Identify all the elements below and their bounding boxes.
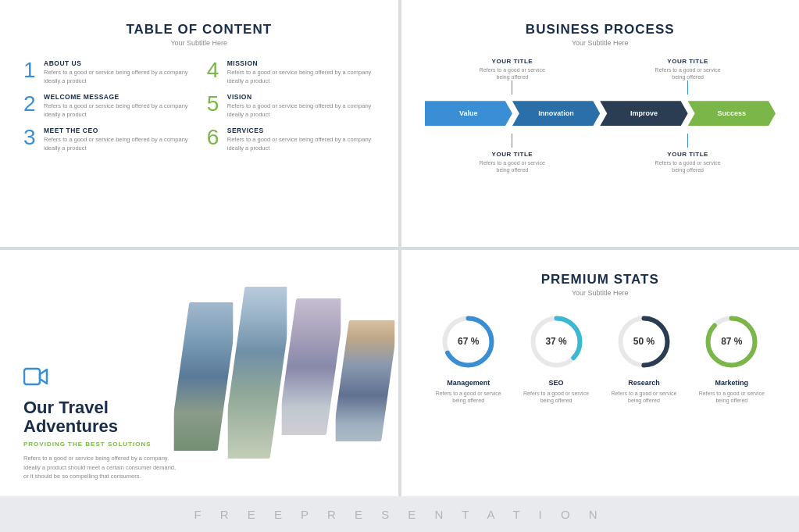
stat-name: Research xyxy=(628,379,660,387)
footer-bar: F R E E P R E S E N T A T I O N xyxy=(0,496,799,532)
stat-name: Marketing xyxy=(715,379,749,387)
bp-title: BUSINESS PROCESS xyxy=(425,22,776,37)
mountain-image-4 xyxy=(336,320,395,441)
toc-number: 3 xyxy=(23,127,37,148)
toc-number: 2 xyxy=(23,93,37,115)
circle-label: 87 % xyxy=(721,336,742,347)
stats-subtitle: Your Subtitle Here xyxy=(425,289,776,297)
bp-bottom-title-1: YOUR TITLE xyxy=(492,151,533,158)
bp-arrows-row: Value Innovation Improve Success xyxy=(425,101,776,126)
stat-desc: Refers to a good or service being offere… xyxy=(430,390,507,405)
travel-img-4 xyxy=(333,320,398,441)
bp-content: YOUR TITLE Refers to a good or service b… xyxy=(425,58,776,173)
toc-item: 6 SERVICES Refers to a good or service b… xyxy=(207,127,375,152)
mountain-image-3 xyxy=(282,298,341,435)
toc-item-desc: Refers to a good or service being offere… xyxy=(44,69,191,85)
toc-number: 6 xyxy=(207,127,221,148)
toc-item-desc: Refers to a good or service being offere… xyxy=(227,136,375,152)
toc-item-content: VISION Refers to a good or service being… xyxy=(227,93,375,119)
toc-item-content: MEET THE CEO Refers to a good or service… xyxy=(44,127,191,152)
bp-connector-top-2 xyxy=(687,80,688,95)
toc-item-desc: Refers to a good or service being offere… xyxy=(44,102,191,119)
bp-bottom-desc-2: Refers to a good or service being offere… xyxy=(649,159,726,173)
bp-top-title-1: YOUR TITLE xyxy=(492,58,533,65)
travel-panel: Our Travel Adventures PROVIDING THE BEST… xyxy=(0,250,398,497)
bp-top-desc-2: Refers to a good or service being offere… xyxy=(649,66,726,80)
circle-container: 67 % xyxy=(439,312,498,371)
bp-bottom-desc-1: Refers to a good or service being offere… xyxy=(473,159,551,173)
stat-item: 50 % Research Refers to a good or servic… xyxy=(605,312,683,405)
stat-item: 37 % SEO Refers to a good or service bei… xyxy=(518,312,595,405)
bp-bottom-labels: YOUR TITLE Refers to a good or service b… xyxy=(425,132,776,173)
toc-item-content: MISSION Refers to a good or service bein… xyxy=(227,59,375,85)
toc-item-title: VISION xyxy=(227,93,375,101)
toc-item-title: MISSION xyxy=(227,59,375,67)
bp-top-title-2: YOUR TITLE xyxy=(667,58,708,65)
bp-arrow-value: Value xyxy=(425,101,512,126)
toc-number: 4 xyxy=(207,59,221,81)
bp-bottom-label-1: YOUR TITLE Refers to a good or service b… xyxy=(473,132,551,173)
toc-panel: TABLE OF CONTENT Your Subtitle Here 1 AB… xyxy=(0,0,398,247)
toc-item: 1 ABOUT US Refers to a good or service b… xyxy=(23,59,191,85)
travel-title: Our Travel Adventures xyxy=(23,398,191,436)
bp-connector-top-1 xyxy=(512,80,512,95)
bp-top-label-2: YOUR TITLE Refers to a good or service b… xyxy=(649,58,726,96)
stats-panel: PREMIUM STATS Your Subtitle Here 67 % Ma… xyxy=(401,250,800,497)
bp-arrow-improve: Improve xyxy=(600,101,687,126)
bp-connector-bottom-1 xyxy=(512,134,512,148)
circle-container: 87 % xyxy=(702,312,761,371)
bp-top-desc-1: Refers to a good or service being offere… xyxy=(473,66,551,80)
toc-item-title: ABOUT US xyxy=(44,59,191,67)
toc-number: 5 xyxy=(207,93,221,115)
toc-grid: 1 ABOUT US Refers to a good or service b… xyxy=(23,59,375,152)
main-grid: TABLE OF CONTENT Your Subtitle Here 1 AB… xyxy=(0,0,799,496)
toc-item: 2 WELCOME MESSAGE Refers to a good or se… xyxy=(23,93,191,119)
circle-label: 67 % xyxy=(458,336,479,347)
toc-item-title: MEET THE CEO xyxy=(44,127,191,134)
bp-bottom-title-2: YOUR TITLE xyxy=(667,151,708,158)
stat-name: Management xyxy=(447,379,490,387)
toc-item-desc: Refers to a good or service being offere… xyxy=(227,102,375,119)
circle-container: 50 % xyxy=(615,312,673,371)
bp-top-labels: YOUR TITLE Refers to a good or service b… xyxy=(425,58,776,96)
svg-rect-0 xyxy=(24,369,40,384)
bp-arrow-innovation: Innovation xyxy=(512,101,600,126)
toc-subtitle: Your Subtitle Here xyxy=(23,39,375,47)
bp-top-label-1: YOUR TITLE Refers to a good or service b… xyxy=(473,58,551,96)
bp-subtitle: Your Subtitle Here xyxy=(425,39,776,47)
stat-desc: Refers to a good or service being offere… xyxy=(605,390,683,405)
stats-circles: 67 % Management Refers to a good or serv… xyxy=(425,312,776,405)
bp-panel: BUSINESS PROCESS Your Subtitle Here YOUR… xyxy=(401,0,800,247)
toc-item-desc: Refers to a good or service being offere… xyxy=(44,136,191,152)
toc-item: 3 MEET THE CEO Refers to a good or servi… xyxy=(23,127,191,152)
toc-item: 5 VISION Refers to a good or service bei… xyxy=(207,93,375,119)
stat-name: SEO xyxy=(549,379,564,387)
bp-connector-bottom-2 xyxy=(687,134,688,148)
bp-arrow-success: Success xyxy=(688,101,776,126)
stat-desc: Refers to a good or service being offere… xyxy=(518,390,595,405)
toc-item-title: SERVICES xyxy=(227,127,375,134)
travel-images xyxy=(179,250,398,497)
toc-item: 4 MISSION Refers to a good or service be… xyxy=(207,59,375,85)
video-icon xyxy=(23,366,191,392)
stat-item: 87 % Marketing Refers to a good or servi… xyxy=(693,312,770,405)
travel-tagline: PROVIDING THE BEST SOLUTIONS xyxy=(23,441,191,448)
travel-desc: Refers to a good or service being offere… xyxy=(23,454,180,480)
circle-label: 37 % xyxy=(545,336,566,347)
toc-title: TABLE OF CONTENT xyxy=(23,22,375,37)
toc-number: 1 xyxy=(23,59,37,81)
travel-left: Our Travel Adventures PROVIDING THE BEST… xyxy=(0,250,207,497)
toc-item-content: WELCOME MESSAGE Refers to a good or serv… xyxy=(44,93,191,119)
stats-title: PREMIUM STATS xyxy=(425,272,776,287)
bp-bottom-label-2: YOUR TITLE Refers to a good or service b… xyxy=(649,132,726,173)
toc-item-title: WELCOME MESSAGE xyxy=(44,93,191,101)
stat-desc: Refers to a good or service being offere… xyxy=(693,390,770,405)
toc-item-content: SERVICES Refers to a good or service bei… xyxy=(227,127,375,152)
toc-item-desc: Refers to a good or service being offere… xyxy=(227,69,375,85)
stat-item: 67 % Management Refers to a good or serv… xyxy=(430,312,507,405)
toc-item-content: ABOUT US Refers to a good or service bei… xyxy=(44,59,191,85)
footer-text: F R E E P R E S E N T A T I O N xyxy=(194,508,605,521)
circle-label: 50 % xyxy=(633,336,655,347)
circle-container: 37 % xyxy=(527,312,586,371)
